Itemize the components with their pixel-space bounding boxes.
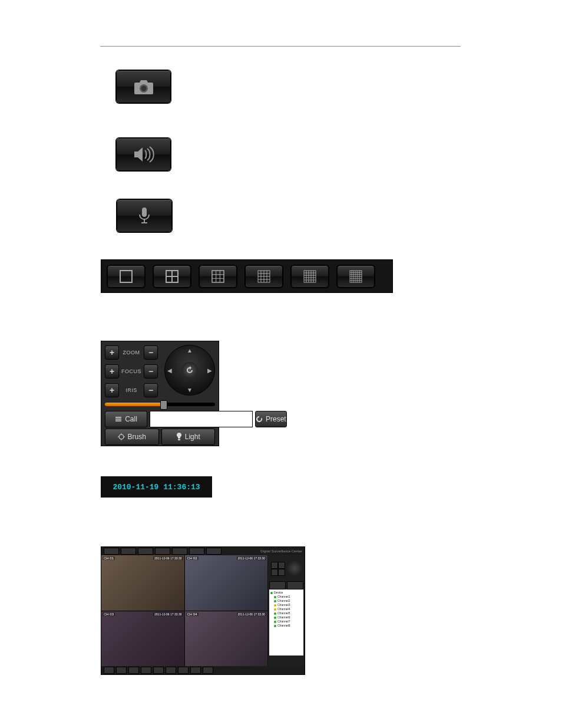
status-dot: [270, 592, 273, 594]
tree-label: Channel4: [277, 607, 290, 611]
surveillance-window: Digital Surveillance Center CH 012011-12…: [101, 546, 305, 675]
status-dot: [274, 621, 276, 623]
side-btn[interactable]: [269, 581, 286, 589]
preset-input[interactable]: [150, 411, 253, 427]
iris-label: IRIS: [121, 387, 141, 393]
surv-tab[interactable]: [206, 548, 222, 555]
ptz-up-button[interactable]: ▲: [187, 347, 193, 354]
surv-bottom-button[interactable]: [153, 667, 164, 674]
surv-bottom-button[interactable]: [178, 667, 189, 674]
surv-bottom-button[interactable]: [104, 667, 114, 674]
status-dot: [274, 625, 276, 627]
brush-icon: [118, 433, 125, 440]
mini-btn[interactable]: [278, 569, 285, 576]
tree-label: Channel7: [277, 620, 290, 624]
ptz-left-button[interactable]: ◀: [167, 367, 172, 374]
tree-node[interactable]: Channel3: [270, 603, 302, 607]
status-dot: [274, 596, 276, 598]
status-dot: [274, 604, 276, 607]
surv-bottom-bar: [101, 666, 305, 674]
camera-channel-label: CH 02: [186, 556, 199, 560]
view-layout-bar: [101, 259, 393, 293]
camera-feed[interactable]: CH 012011-12-06 17:33:30: [101, 555, 184, 611]
surv-tab[interactable]: [172, 548, 187, 555]
light-label: Light: [185, 433, 200, 441]
ptz-right-button[interactable]: ▶: [207, 367, 212, 374]
svg-rect-49: [178, 439, 180, 440]
ptz-call-button[interactable]: Call: [105, 411, 147, 427]
tree-node[interactable]: Device: [270, 591, 302, 595]
ptz-brush-button[interactable]: Brush: [105, 429, 159, 445]
surv-tab[interactable]: [189, 548, 204, 555]
grid-16-icon: [257, 270, 270, 283]
camera-timestamp: 2011-12-06 17:33:30: [237, 556, 266, 560]
ptz-preset-button[interactable]: Preset: [255, 411, 287, 427]
camera-feed[interactable]: CH 022011-12-06 17:33:30: [185, 555, 268, 611]
tree-node[interactable]: Channel5: [270, 611, 302, 615]
layout-2x2-button[interactable]: [153, 265, 191, 288]
brush-label: Brush: [128, 433, 146, 441]
camera-timestamp: 2011-12-06 17:33:30: [237, 612, 266, 616]
side-btn[interactable]: [287, 581, 303, 589]
layout-3x3-button[interactable]: [199, 265, 237, 288]
list-icon: [115, 416, 122, 422]
surv-bottom-button[interactable]: [190, 667, 201, 674]
ptz-down-button[interactable]: ▼: [187, 387, 193, 393]
svg-rect-5: [120, 271, 132, 282]
tree-node[interactable]: Channel1: [270, 595, 302, 599]
ptz-speed-slider[interactable]: [105, 403, 215, 406]
svg-point-1: [141, 86, 146, 91]
focus-in-button[interactable]: +: [105, 364, 119, 378]
surv-tab[interactable]: [121, 548, 136, 555]
focus-out-button[interactable]: −: [144, 364, 158, 378]
surv-tab[interactable]: [155, 548, 170, 555]
surv-bottom-button[interactable]: [128, 667, 139, 674]
tree-node[interactable]: Channel8: [270, 624, 302, 628]
tree-node[interactable]: Channel7: [270, 620, 302, 624]
tree-node[interactable]: Channel4: [270, 607, 302, 611]
layout-6x6-button[interactable]: [337, 265, 375, 288]
iris-out-button[interactable]: −: [144, 383, 158, 397]
talk-button[interactable]: [117, 199, 172, 232]
ptz-light-button[interactable]: Light: [161, 429, 216, 445]
device-tree[interactable]: DeviceChannel1Channel2Channel3Channel4Ch…: [269, 589, 303, 655]
svg-point-44: [119, 434, 124, 439]
ptz-dpad: ▲ ▼ ◀ ▶: [164, 345, 215, 396]
slider-thumb[interactable]: [160, 400, 167, 410]
layout-5x5-button[interactable]: [291, 265, 329, 288]
microphone-icon: [137, 206, 151, 225]
status-dot: [274, 612, 276, 615]
surv-tab[interactable]: [138, 548, 153, 555]
tree-label: Channel2: [277, 599, 290, 603]
zoom-out-button[interactable]: −: [144, 345, 158, 360]
mini-btn[interactable]: [278, 562, 285, 569]
surv-title: Digital Surveillance Center: [260, 549, 302, 553]
camera-feed[interactable]: CH 042011-12-06 17:33:30: [185, 611, 268, 667]
preset-label: Preset: [266, 415, 286, 423]
zoom-in-button[interactable]: +: [105, 345, 119, 360]
surv-bottom-button[interactable]: [203, 667, 213, 674]
divider: [100, 46, 461, 47]
camera-feed[interactable]: CH 032011-12-06 17:33:30: [101, 611, 184, 667]
snapshot-button[interactable]: [116, 70, 171, 103]
tree-node[interactable]: Channel6: [270, 615, 302, 620]
mini-btn[interactable]: [271, 562, 278, 569]
mini-dpad[interactable]: [287, 561, 302, 576]
zoom-label: ZOOM: [121, 350, 141, 355]
grid-9-icon: [211, 270, 224, 283]
tree-node[interactable]: Channel2: [270, 599, 302, 603]
surv-tab[interactable]: [104, 548, 119, 555]
camera-grid: CH 012011-12-06 17:33:30CH 022011-12-06 …: [101, 555, 267, 666]
layout-1x1-button[interactable]: [107, 265, 145, 288]
speaker-icon: [131, 146, 157, 163]
surv-bottom-button[interactable]: [166, 667, 176, 674]
surv-bottom-button[interactable]: [141, 667, 151, 674]
surv-bottom-button[interactable]: [116, 667, 127, 674]
audio-button[interactable]: [116, 138, 171, 171]
ptz-auto-button[interactable]: [181, 362, 198, 378]
mini-btn[interactable]: [271, 569, 278, 576]
iris-in-button[interactable]: +: [105, 383, 119, 397]
tree-label: Channel6: [277, 615, 290, 620]
timestamp-text: 2010-11-19 11:36:13: [113, 483, 200, 492]
layout-4x4-button[interactable]: [245, 265, 283, 288]
